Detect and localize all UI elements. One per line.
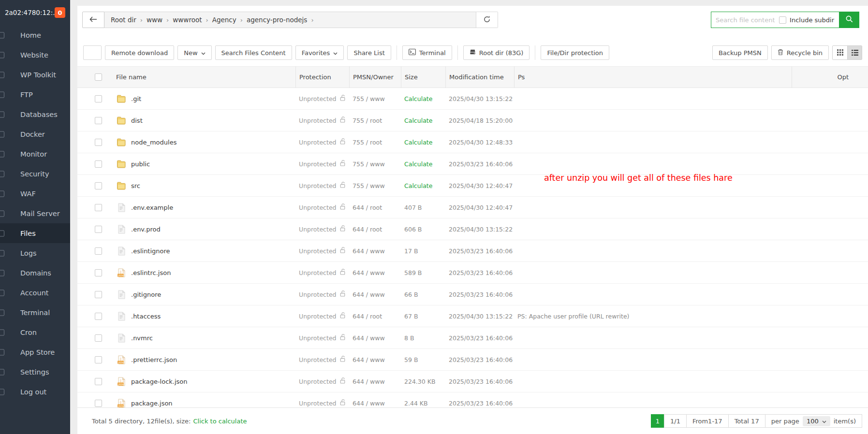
sidebar-item-wp-toolkit[interactable]: WP Toolkit bbox=[0, 65, 70, 85]
sidebar-item-databases[interactable]: Databases bbox=[0, 104, 70, 124]
file-name[interactable]: .htaccess bbox=[131, 313, 161, 320]
file-name[interactable]: dist bbox=[131, 117, 143, 124]
file-name[interactable]: node_modules bbox=[131, 139, 177, 146]
sidebar-item-website[interactable]: Website bbox=[0, 45, 70, 65]
file-name[interactable]: .gitignore bbox=[131, 291, 161, 298]
toolbar-button-blank[interactable] bbox=[83, 45, 102, 60]
size-calculate-link[interactable]: Calculate bbox=[404, 139, 432, 146]
toolbar-button-remote-download[interactable]: Remote download bbox=[105, 45, 174, 60]
sidebar-item-ftp[interactable]: FTP bbox=[0, 85, 70, 104]
sidebar-item-monitor[interactable]: Monitor bbox=[0, 144, 70, 164]
file-name[interactable]: package-lock.json bbox=[131, 378, 188, 385]
toolbar-button-new[interactable]: New bbox=[177, 45, 211, 60]
chevron-right-icon: › bbox=[140, 16, 143, 24]
size-calculate-link[interactable]: Calculate bbox=[404, 160, 432, 168]
file-name[interactable]: .env.prod bbox=[131, 226, 161, 233]
select-all-checkbox[interactable] bbox=[95, 73, 102, 81]
list-view-button[interactable] bbox=[847, 46, 862, 59]
breadcrumb-segment-root-dir[interactable]: Root dir bbox=[111, 16, 136, 24]
modification-time: 2025/03/23 16:40:06 bbox=[445, 160, 514, 168]
sidebar-item-app-store[interactable]: App Store bbox=[0, 342, 70, 362]
file-name[interactable]: src bbox=[131, 182, 140, 189]
chevron-down-icon bbox=[822, 418, 826, 425]
list-view-icon bbox=[852, 48, 858, 58]
unlock-icon bbox=[340, 182, 346, 189]
file-name[interactable]: package.json bbox=[131, 400, 173, 407]
sidebar-item-terminal[interactable]: Terminal bbox=[0, 303, 70, 322]
row-checkbox[interactable] bbox=[95, 400, 102, 407]
breadcrumb-segment-agency-pro-nodejs[interactable]: agency-pro-nodejs bbox=[247, 16, 307, 24]
file-name[interactable]: .env.example bbox=[131, 204, 173, 211]
row-checkbox[interactable] bbox=[95, 313, 102, 320]
grid-view-icon bbox=[837, 48, 843, 58]
sidebar-item-waf[interactable]: WAF bbox=[0, 184, 70, 203]
sidebar-item-docker[interactable]: Docker bbox=[0, 124, 70, 144]
header-file-name: File name bbox=[107, 73, 295, 81]
header-ps: Ps bbox=[514, 66, 792, 88]
home-icon bbox=[0, 32, 4, 38]
row-checkbox[interactable] bbox=[95, 226, 102, 233]
row-checkbox[interactable] bbox=[95, 117, 102, 124]
file-name[interactable]: public bbox=[131, 160, 150, 168]
row-checkbox[interactable] bbox=[95, 139, 102, 146]
include-subdir-checkbox[interactable] bbox=[779, 16, 786, 24]
row-checkbox[interactable] bbox=[95, 269, 102, 276]
row-checkbox[interactable] bbox=[95, 204, 102, 211]
sidebar-item-domains[interactable]: Domains bbox=[0, 263, 70, 283]
files-icon bbox=[0, 230, 4, 236]
sidebar-item-security[interactable]: Security bbox=[0, 164, 70, 184]
table-row-git: .gitUnprotected755 / wwwCalculate2025/04… bbox=[77, 88, 868, 110]
search-input[interactable] bbox=[711, 16, 779, 24]
search-button[interactable] bbox=[839, 12, 859, 28]
file-name[interactable]: .prettierrc.json bbox=[131, 356, 177, 363]
size-calculate-link[interactable]: Calculate bbox=[404, 95, 432, 102]
toolbar-button-backup-pmsn[interactable]: Backup PMSN bbox=[712, 45, 768, 60]
row-checkbox[interactable] bbox=[95, 247, 102, 255]
toolbar-button-favorites[interactable]: Favorites bbox=[295, 45, 344, 60]
breadcrumb-segment-wwwroot[interactable]: wwwroot bbox=[173, 16, 202, 24]
page-1-button[interactable]: 1 bbox=[651, 414, 664, 428]
toolbar-button-terminal[interactable]: Terminal bbox=[402, 45, 452, 60]
size-calculate-link[interactable]: Calculate bbox=[404, 117, 432, 124]
toolbar-button-share-list[interactable]: Share List bbox=[347, 45, 391, 60]
modification-time: 2025/03/23 16:40:06 bbox=[445, 400, 514, 407]
toolbar-button-root-dir-83g[interactable]: Root dir (83G) bbox=[463, 45, 530, 60]
row-checkbox[interactable] bbox=[95, 334, 102, 342]
per-page-select[interactable]: 100 bbox=[803, 416, 830, 426]
sidebar-item-log-out[interactable]: Log out bbox=[0, 382, 70, 402]
click-to-calculate-link[interactable]: Click to calculate bbox=[193, 418, 247, 425]
sidebar-item-mail-server[interactable]: Mail Server bbox=[0, 203, 70, 223]
server-ip: 2a02:4780:12:... bbox=[5, 9, 55, 16]
refresh-button[interactable] bbox=[476, 12, 498, 28]
sidebar-item-settings[interactable]: Settings bbox=[0, 362, 70, 382]
toolbar-button-label: Search Files Content bbox=[221, 49, 286, 57]
file-name[interactable]: .eslintrc.json bbox=[131, 269, 171, 276]
row-checkbox[interactable] bbox=[95, 95, 102, 102]
sidebar-item-cron[interactable]: Cron bbox=[0, 322, 70, 342]
breadcrumb-segment-agency[interactable]: Agency bbox=[212, 16, 236, 24]
sidebar-item-account[interactable]: Account bbox=[0, 283, 70, 303]
toolbar-button-file-dir-protection[interactable]: File/Dir protection bbox=[541, 45, 609, 60]
row-checkbox[interactable] bbox=[95, 356, 102, 363]
protection-status: Unprotected bbox=[299, 400, 337, 407]
notification-badge[interactable]: 0 bbox=[55, 7, 65, 18]
footer-summary: Total 5 directory, 12file(s), size:Click… bbox=[92, 418, 247, 425]
cell-file-name: .gitignore bbox=[107, 289, 295, 299]
toolbar-button-recycle-bin[interactable]: Recycle bin bbox=[771, 45, 829, 60]
row-checkbox[interactable] bbox=[95, 291, 102, 298]
monitor-icon bbox=[0, 151, 4, 157]
file-name[interactable]: .nvmrc bbox=[131, 334, 153, 342]
sidebar-item-home[interactable]: Home bbox=[0, 25, 70, 45]
back-button[interactable] bbox=[82, 12, 104, 28]
row-checkbox[interactable] bbox=[95, 160, 102, 168]
sidebar-item-logs[interactable]: Logs bbox=[0, 243, 70, 263]
grid-view-button[interactable] bbox=[833, 46, 847, 59]
toolbar-button-search-files-content[interactable]: Search Files Content bbox=[215, 45, 292, 60]
row-checkbox[interactable] bbox=[95, 378, 102, 385]
sidebar-item-files[interactable]: Files bbox=[0, 223, 70, 243]
breadcrumb-segment-www[interactable]: www bbox=[147, 16, 162, 24]
row-checkbox[interactable] bbox=[95, 182, 102, 189]
file-name[interactable]: .eslintignore bbox=[131, 247, 170, 255]
file-name[interactable]: .git bbox=[131, 95, 141, 102]
size-calculate-link[interactable]: Calculate bbox=[404, 182, 432, 189]
